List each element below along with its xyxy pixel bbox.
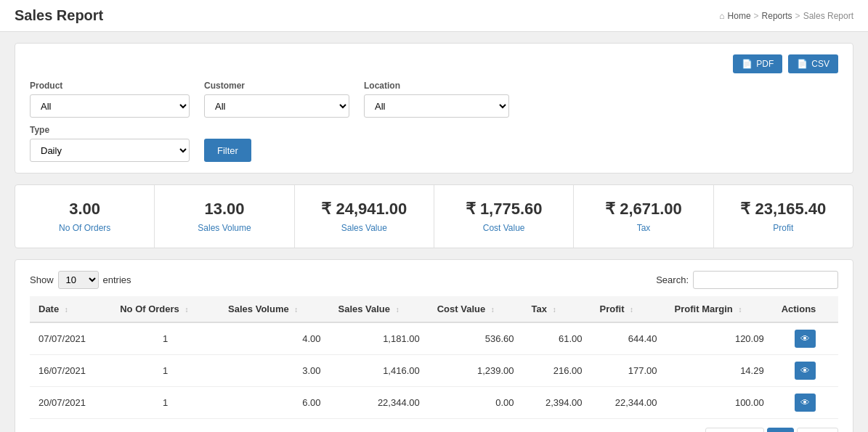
sort-icon-date: ↕ <box>65 306 68 314</box>
search-input[interactable] <box>693 271 838 289</box>
cell-cost-value: 1,239.00 <box>429 355 523 387</box>
filter-row-2: Type Daily Weekly Monthly Filter <box>30 125 838 162</box>
cell-volume: 6.00 <box>219 387 329 419</box>
col-actions: Actions <box>773 296 838 322</box>
customer-label: Customer <box>204 81 349 91</box>
summary-tax: ₹ 2,671.00 Tax <box>574 185 713 248</box>
cell-volume: 3.00 <box>219 355 329 387</box>
customer-select[interactable]: All <box>204 94 349 118</box>
location-label: Location <box>364 81 509 91</box>
cell-profit: 644.40 <box>591 322 666 355</box>
sort-icon-profit: ↕ <box>630 306 633 314</box>
summary-profit-value: ₹ 23,165.40 <box>721 200 845 219</box>
table-head: Date ↕ No Of Orders ↕ Sales Volume ↕ Sal… <box>30 296 838 322</box>
col-profit[interactable]: Profit ↕ <box>591 296 666 322</box>
sort-icon-margin: ↕ <box>738 306 742 314</box>
type-select[interactable]: Daily Weekly Monthly <box>30 139 190 162</box>
entries-select[interactable]: 10 25 50 100 <box>58 271 99 289</box>
type-filter-group: Type Daily Weekly Monthly <box>30 125 190 162</box>
col-tax[interactable]: Tax ↕ <box>523 296 591 322</box>
summary-orders-label: No Of Orders <box>23 223 147 233</box>
summary-card: 3.00 No Of Orders 13.00 Sales Volume ₹ 2… <box>15 184 853 248</box>
filter-button[interactable]: Filter <box>204 139 251 162</box>
show-entries: Show 10 25 50 100 entries <box>30 271 131 289</box>
cell-margin: 100.00 <box>666 387 773 419</box>
cell-margin: 120.09 <box>666 322 773 355</box>
cell-orders: 1 <box>111 355 219 387</box>
summary-profit-label: Profit <box>721 223 845 233</box>
col-sales-volume[interactable]: Sales Volume ↕ <box>219 296 329 322</box>
main-content: 📄 PDF 📄 CSV Product All Customer Al <box>0 32 868 432</box>
cell-date: 20/07/2021 <box>30 387 111 419</box>
data-table: Date ↕ No Of Orders ↕ Sales Volume ↕ Sal… <box>30 296 838 419</box>
header-bar: Sales Report ⌂ Home > Reports > Sales Re… <box>0 0 868 32</box>
cell-tax: 2,394.00 <box>523 387 591 419</box>
show-label: Show <box>30 274 54 285</box>
table-footer: Showing 1 to 3 of 3 entries Previous 1 N… <box>30 428 838 432</box>
type-label: Type <box>30 125 190 135</box>
summary-volume-value: 13.00 <box>162 200 286 219</box>
table-row: 20/07/2021 1 6.00 22,344.00 0.00 2,394.0… <box>30 387 838 419</box>
table-card: Show 10 25 50 100 entries Search: Date <box>15 259 853 432</box>
summary-tax-value: ₹ 2,671.00 <box>581 200 705 219</box>
breadcrumb-sep-1: > <box>754 11 759 21</box>
breadcrumb-home[interactable]: Home <box>728 11 751 21</box>
home-icon: ⌂ <box>719 11 724 21</box>
cell-actions: 👁 <box>773 355 838 387</box>
table-body: 07/07/2021 1 4.00 1,181.00 536.60 61.00 … <box>30 322 838 419</box>
csv-icon: 📄 <box>797 59 808 69</box>
page-title: Sales Report <box>15 7 103 24</box>
location-select[interactable]: All <box>364 94 509 118</box>
csv-export-button[interactable]: 📄 CSV <box>788 54 838 73</box>
summary-sales-value-val: ₹ 24,941.00 <box>302 200 426 219</box>
entries-label: entries <box>103 274 131 285</box>
col-sales-value[interactable]: Sales Value ↕ <box>329 296 428 322</box>
view-button[interactable]: 👁 <box>795 330 816 348</box>
col-date[interactable]: Date ↕ <box>30 296 111 322</box>
cell-cost-value: 0.00 <box>429 387 523 419</box>
breadcrumb-reports[interactable]: Reports <box>762 11 792 21</box>
sort-icon-sales-value: ↕ <box>396 306 399 314</box>
page-1-button[interactable]: 1 <box>767 428 794 432</box>
product-select[interactable]: All <box>30 94 190 118</box>
summary-volume-label: Sales Volume <box>162 223 286 233</box>
pagination: Previous 1 Next <box>705 428 838 432</box>
cell-profit: 177.00 <box>591 355 666 387</box>
filter-row-1: Product All Customer All Location All <box>30 81 838 118</box>
table-row: 16/07/2021 1 3.00 1,416.00 1,239.00 216.… <box>30 355 838 387</box>
summary-sales-value-label: Sales Value <box>302 223 426 233</box>
breadcrumb: ⌂ Home > Reports > Sales Report <box>719 11 853 21</box>
summary-orders-value: 3.00 <box>23 200 147 219</box>
product-filter-group: Product All <box>30 81 190 118</box>
col-profit-margin[interactable]: Profit Margin ↕ <box>666 296 773 322</box>
cell-date: 07/07/2021 <box>30 322 111 355</box>
summary-profit: ₹ 23,165.40 Profit <box>714 185 853 248</box>
table-row: 07/07/2021 1 4.00 1,181.00 536.60 61.00 … <box>30 322 838 355</box>
search-label: Search: <box>656 274 689 285</box>
pdf-icon: 📄 <box>742 59 753 69</box>
summary-volume: 13.00 Sales Volume <box>155 185 294 248</box>
cell-actions: 👁 <box>773 387 838 419</box>
view-button[interactable]: 👁 <box>795 362 816 380</box>
cell-orders: 1 <box>111 322 219 355</box>
col-cost-value[interactable]: Cost Value ↕ <box>429 296 523 322</box>
cell-orders: 1 <box>111 387 219 419</box>
summary-tax-label: Tax <box>581 223 705 233</box>
previous-button[interactable]: Previous <box>705 428 764 432</box>
filter-card: 📄 PDF 📄 CSV Product All Customer Al <box>15 43 853 174</box>
summary-cost: ₹ 1,775.60 Cost Value <box>434 185 574 248</box>
cell-volume: 4.00 <box>219 322 329 355</box>
csv-label: CSV <box>811 59 830 69</box>
col-no-of-orders[interactable]: No Of Orders ↕ <box>111 296 219 322</box>
cell-actions: 👁 <box>773 322 838 355</box>
location-filter-group: Location All <box>364 81 509 118</box>
cell-tax: 216.00 <box>523 355 591 387</box>
cell-profit: 22,344.00 <box>591 387 666 419</box>
next-button[interactable]: Next <box>797 428 838 432</box>
summary-orders: 3.00 No Of Orders <box>15 185 155 248</box>
view-button[interactable]: 👁 <box>795 394 816 412</box>
sort-icon-volume: ↕ <box>294 306 298 314</box>
pdf-export-button[interactable]: 📄 PDF <box>733 54 782 73</box>
cell-margin: 14.29 <box>666 355 773 387</box>
search-box: Search: <box>656 271 838 289</box>
